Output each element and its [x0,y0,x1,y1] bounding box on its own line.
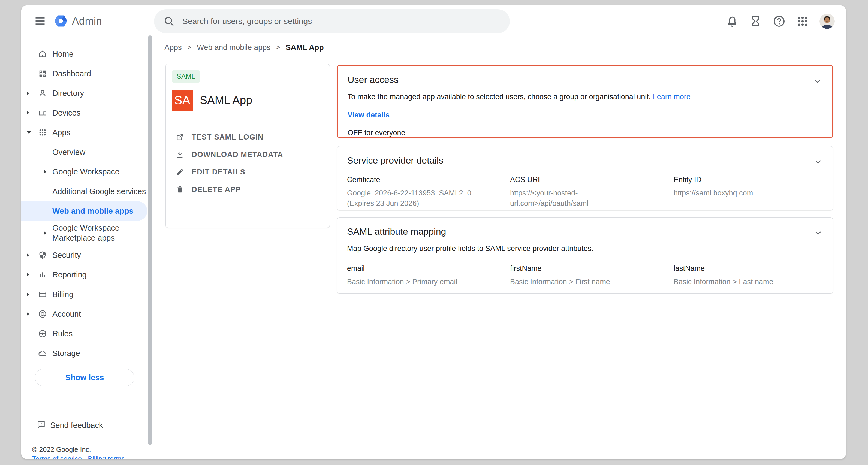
lastname-attribute-label: lastName [674,265,773,273]
chevron-down-icon [813,228,823,238]
person-icon [36,89,49,98]
attribute-mapping-panel: SAML attribute mapping Map Google direct… [337,217,833,293]
breadcrumb-current-page: SAML App [286,43,324,52]
home-icon [36,50,49,58]
show-less-button[interactable]: Show less [35,369,134,386]
dashboard-icon [36,69,49,78]
sidebar-scrollbar[interactable] [148,35,152,445]
view-details-link[interactable]: View details [348,111,390,119]
breadcrumb-apps[interactable]: Apps [164,43,182,52]
expand-right-icon [44,231,46,235]
send-feedback-button[interactable]: Send feedback [21,416,147,434]
account-avatar[interactable] [819,13,835,29]
expand-down-icon [27,131,31,134]
collapse-service-provider-button[interactable] [813,157,823,167]
entity-id-label: Entity ID [674,176,753,184]
hamburger-icon [35,17,45,25]
download-metadata-button[interactable]: DOWNLOAD METADATA [176,146,330,163]
acs-url-value: https://<your-hosted-url.com>/api/oauth/… [510,188,619,209]
sidebar-item-home[interactable]: Home [21,44,147,64]
attribute-mapping-description: Map Google directory user profile fields… [347,245,822,253]
service-provider-title: Service provider details [347,146,822,166]
saml-type-badge: SAML [172,70,200,83]
firstname-attribute-value: Basic Information > First name [510,277,674,287]
top-app-bar: Admin [21,5,846,37]
breadcrumb-separator: > [276,43,280,52]
google-admin-logo: Admin [54,13,102,28]
search-input[interactable] [182,17,500,26]
billing-terms-link[interactable]: Billing terms [88,455,125,459]
sidebar-item-directory[interactable]: Directory [21,84,147,103]
bar-chart-icon [36,271,49,279]
user-access-status: OFF for everyone [348,129,822,137]
copyright-text: © 2022 Google Inc. [32,445,129,454]
sidebar-item-security[interactable]: Security [21,245,147,265]
collapse-user-access-button[interactable] [813,76,823,87]
google-apps-grid-button[interactable] [796,15,809,28]
expand-right-icon [27,312,29,316]
admin-console-window: Admin [21,5,846,459]
lastname-attribute-value: Basic Information > Last name [674,277,773,287]
help-button[interactable] [773,15,786,28]
user-access-description: To make the managed app available to sel… [348,93,651,101]
devices-icon [36,108,49,117]
attribute-mapping-title: SAML attribute mapping [347,218,822,237]
apps-grid-icon [797,15,809,27]
expand-right-icon [27,111,29,115]
app-title: SAML App [200,94,252,106]
breadcrumb-web-and-mobile-apps[interactable]: Web and mobile apps [197,43,271,52]
sidebar-item-web-and-mobile-apps[interactable]: Web and mobile apps [21,201,147,221]
sidebar-navigation: Home Dashboard Directory Devices [21,44,147,363]
breadcrumb-separator: > [187,43,191,52]
sidebar-item-google-workspace[interactable]: Google Workspace [21,162,147,182]
feedback-icon [36,420,46,430]
collapse-attribute-mapping-button[interactable] [813,228,823,239]
expand-right-icon [27,253,29,257]
sidebar-item-devices[interactable]: Devices [21,103,147,123]
sidebar-item-rules[interactable]: Rules [21,324,147,343]
test-saml-login-button[interactable]: TEST SAML LOGIN [176,128,330,146]
admin-logo-icon [54,13,68,28]
sidebar-item-dashboard[interactable]: Dashboard [21,64,147,84]
chevron-down-icon [813,76,823,86]
app-avatar: SA [172,90,193,111]
certificate-value: Google_2026-6-22-113953_SAML2_0 (Expires… [347,188,478,209]
terms-of-service-link[interactable]: Terms of service [32,455,82,459]
tasks-button[interactable] [749,15,762,28]
sidebar-item-reporting[interactable]: Reporting [21,265,147,285]
search-bar[interactable] [154,9,510,33]
entity-id-value: https://saml.boxyhq.com [674,188,753,198]
sidebar-item-storage[interactable]: Storage [21,343,147,363]
expand-right-icon [27,273,29,277]
sidebar-item-account[interactable]: Account [21,304,147,324]
sidebar-item-marketplace-apps[interactable]: Google Workspace Marketplace apps [21,221,147,245]
search-icon [163,16,175,27]
expand-right-icon [27,91,29,95]
breadcrumb: Apps > Web and mobile apps > SAML App [152,37,846,58]
saml-app-card: SAML SA SAML App TEST SAML LOGIN DOWNLOA… [165,64,330,228]
expand-right-icon [27,292,29,296]
cloud-icon [36,349,49,358]
sidebar-item-apps-overview[interactable]: Overview [21,142,147,162]
expand-right-icon [44,170,46,174]
trash-icon [176,185,184,193]
main-menu-button[interactable] [34,16,46,27]
learn-more-link[interactable]: Learn more [653,93,690,101]
hourglass-icon [750,15,762,28]
sidebar-item-additional-google-services[interactable]: Additional Google services [21,182,147,201]
email-attribute-label: email [347,265,510,273]
open-in-new-icon [176,133,184,141]
apps-icon [36,128,49,136]
service-provider-panel: Service provider details Certificate Goo… [337,146,833,210]
steering-wheel-icon [36,329,49,338]
sidebar-item-billing[interactable]: Billing [21,285,147,304]
certificate-label: Certificate [347,176,510,184]
chevron-down-icon [813,157,823,166]
sidebar-item-apps[interactable]: Apps [21,123,147,142]
download-icon [176,151,184,159]
edit-details-button[interactable]: EDIT DETAILS [176,163,330,181]
avatar-photo [819,13,835,29]
delete-app-button[interactable]: DELETE APP [176,181,330,198]
notifications-button[interactable] [726,15,739,28]
bell-icon [726,15,739,28]
